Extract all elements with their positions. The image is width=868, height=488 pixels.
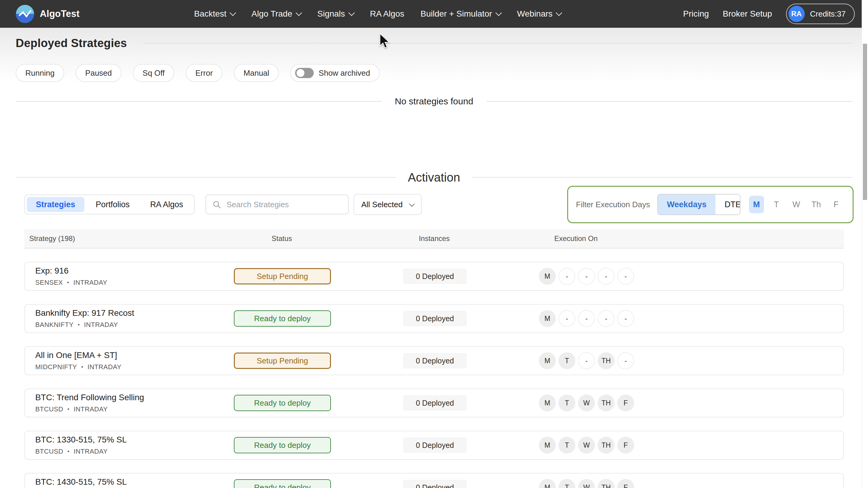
nav-item-ra-algos[interactable]: RA Algos xyxy=(370,9,404,19)
search-box[interactable] xyxy=(206,195,349,214)
day-mode-dte[interactable]: DTE xyxy=(715,195,741,214)
nav-item-builder-simulator[interactable]: Builder + Simulator xyxy=(421,9,501,19)
chevron-down-icon xyxy=(348,9,354,16)
day-mode-weekdays[interactable]: Weekdays xyxy=(658,195,716,214)
tab-portfolios[interactable]: Portfolios xyxy=(87,197,139,212)
brand[interactable]: AlgoTest xyxy=(16,4,80,23)
toggle-switch-icon[interactable] xyxy=(295,68,314,78)
filter-day-f[interactable]: F xyxy=(829,196,844,213)
nav-item-algo-trade[interactable]: Algo Trade xyxy=(251,9,301,19)
day-empty[interactable]: - xyxy=(598,310,615,327)
day-empty[interactable]: - xyxy=(578,268,595,285)
nav-item-label: Signals xyxy=(317,9,345,19)
scrollbar-thumb[interactable] xyxy=(863,44,867,200)
header-divider xyxy=(144,43,852,44)
status-cell: Ready to deploy xyxy=(224,310,341,327)
broker-select[interactable]: All Selected xyxy=(353,194,422,215)
day-th[interactable]: TH xyxy=(598,352,615,369)
day-w[interactable]: W xyxy=(578,479,595,488)
day-t[interactable]: T xyxy=(558,395,575,411)
nav-link-pricing[interactable]: Pricing xyxy=(683,9,709,19)
status-button-setup-pending[interactable]: Setup Pending xyxy=(234,352,331,369)
instances-count: 0 Deployed xyxy=(403,353,467,368)
status-button-ready-to-deploy[interactable]: Ready to deploy xyxy=(234,479,331,488)
strategy-cell: Exp: 916SENSEX•INTRADAY xyxy=(25,266,224,287)
day-m[interactable]: M xyxy=(539,268,556,285)
day-w[interactable]: W xyxy=(578,395,595,411)
strategy-schedule: INTRADAY xyxy=(73,279,107,287)
filter-chip-sq-off[interactable]: Sq Off xyxy=(133,64,174,82)
day-f[interactable]: F xyxy=(617,479,634,488)
day-empty[interactable]: - xyxy=(617,352,634,369)
table-row: Banknifty Exp: 917 RecostBANKNIFTY•INTRA… xyxy=(24,304,844,333)
instances-cell: 0 Deployed xyxy=(341,395,529,410)
nav-item-label: Backtest xyxy=(194,9,226,19)
nav-right: PricingBroker Setup RA Credits:37 xyxy=(683,4,855,24)
instances-count: 0 Deployed xyxy=(403,269,467,284)
nav-menu: BacktestAlgo TradeSignalsRA AlgosBuilder… xyxy=(194,9,561,19)
day-empty[interactable]: - xyxy=(617,310,634,327)
strategy-name: All in One [EMA + ST] xyxy=(35,350,224,360)
table-row: BTC: Trend Following SellingBTCUSD•INTRA… xyxy=(24,389,844,418)
status-button-ready-to-deploy[interactable]: Ready to deploy xyxy=(234,437,331,453)
day-th[interactable]: TH xyxy=(598,479,615,488)
empty-state-text: No strategies found xyxy=(395,96,473,107)
strategy-schedule: INTRADAY xyxy=(84,321,118,329)
status-button-ready-to-deploy[interactable]: Ready to deploy xyxy=(234,395,331,411)
day-f[interactable]: F xyxy=(617,437,634,454)
credits-pill[interactable]: RA Credits:37 xyxy=(786,4,855,24)
status-button-setup-pending[interactable]: Setup Pending xyxy=(234,268,331,284)
chevron-down-icon xyxy=(296,9,302,16)
filter-day-m[interactable]: M xyxy=(749,196,764,213)
day-m[interactable]: M xyxy=(539,437,556,454)
instances-cell: 0 Deployed xyxy=(341,311,529,326)
day-empty[interactable]: - xyxy=(578,310,595,327)
column-header-status: Status xyxy=(223,234,340,243)
day-empty[interactable]: - xyxy=(558,268,575,285)
chevron-down-icon xyxy=(409,201,414,207)
filter-day-t[interactable]: T xyxy=(769,196,784,213)
nav-item-webinars[interactable]: Webinars xyxy=(517,9,561,19)
day-th[interactable]: TH xyxy=(598,437,615,454)
nav-link-broker-setup[interactable]: Broker Setup xyxy=(723,9,772,19)
empty-state: No strategies found xyxy=(16,93,852,110)
filter-chip-manual[interactable]: Manual xyxy=(234,64,279,82)
day-empty[interactable]: - xyxy=(598,268,615,285)
instances-cell: 0 Deployed xyxy=(341,269,529,284)
day-t[interactable]: T xyxy=(558,437,575,454)
divider-line xyxy=(487,101,852,102)
filter-chip-running[interactable]: Running xyxy=(16,64,64,82)
show-archived-toggle[interactable]: Show archived xyxy=(290,64,380,82)
tab-strategies[interactable]: Strategies xyxy=(27,197,84,212)
algotest-logo-icon xyxy=(16,4,34,23)
day-empty[interactable]: - xyxy=(558,310,575,327)
status-button-ready-to-deploy[interactable]: Ready to deploy xyxy=(234,310,331,327)
status-cell: Ready to deploy xyxy=(224,395,341,411)
day-t[interactable]: T xyxy=(558,352,575,369)
day-m[interactable]: M xyxy=(539,310,556,327)
scrollbar-track[interactable] xyxy=(862,0,868,488)
day-m[interactable]: M xyxy=(539,479,556,488)
day-th[interactable]: TH xyxy=(598,395,615,411)
day-empty[interactable]: - xyxy=(617,268,634,285)
search-input[interactable] xyxy=(226,200,342,210)
strategy-name: BTC: 1330-515, 75% SL xyxy=(35,435,224,444)
day-w[interactable]: W xyxy=(578,437,595,454)
bullet-separator: • xyxy=(67,406,70,412)
divider-line xyxy=(16,101,381,102)
filter-chip-paused[interactable]: Paused xyxy=(76,64,121,82)
filter-chip-error[interactable]: Error xyxy=(186,64,222,82)
credits-label: Credits:37 xyxy=(810,9,846,19)
day-f[interactable]: F xyxy=(617,395,634,411)
day-m[interactable]: M xyxy=(539,395,556,411)
nav-item-signals[interactable]: Signals xyxy=(317,9,354,19)
day-m[interactable]: M xyxy=(539,352,556,369)
tab-ra-algos[interactable]: RA Algos xyxy=(141,197,192,212)
nav-item-backtest[interactable]: Backtest xyxy=(194,9,235,19)
day-t[interactable]: T xyxy=(558,479,575,488)
day-empty[interactable]: - xyxy=(578,352,595,369)
filter-day-w[interactable]: W xyxy=(789,196,804,213)
filter-day-th[interactable]: Th xyxy=(809,196,824,213)
show-archived-label: Show archived xyxy=(318,68,370,78)
nav-item-label: Algo Trade xyxy=(251,9,292,19)
